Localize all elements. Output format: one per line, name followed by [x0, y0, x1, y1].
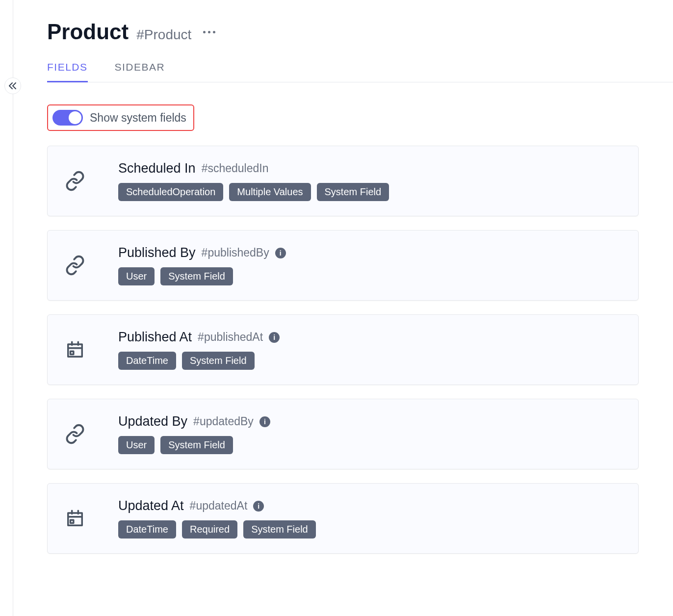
field-card[interactable]: Published By #publishedBy i User System … — [47, 230, 639, 301]
tabs: FIELDS SIDEBAR — [47, 61, 673, 82]
info-icon[interactable]: i — [269, 332, 280, 343]
field-card[interactable]: Scheduled In #scheduledIn ScheduledOpera… — [47, 146, 639, 216]
dots-icon — [203, 31, 206, 33]
tab-fields[interactable]: FIELDS — [47, 61, 88, 82]
tag: System Field — [160, 267, 233, 285]
info-icon[interactable]: i — [275, 248, 286, 258]
field-card[interactable]: Updated By #updatedBy i User System Fiel… — [47, 399, 639, 469]
field-hash: #publishedBy — [202, 246, 269, 259]
field-title: Updated By — [118, 414, 187, 429]
link-icon — [61, 171, 89, 191]
page-hash: #Product — [136, 27, 191, 43]
tag: System Field — [160, 436, 233, 454]
show-system-fields-toggle[interactable] — [52, 110, 83, 126]
toggle-knob — [69, 111, 81, 124]
svg-rect-9 — [71, 520, 74, 523]
tag: System Field — [182, 352, 255, 370]
field-title: Scheduled In — [118, 161, 196, 176]
svg-rect-4 — [71, 351, 74, 354]
field-hash: #publishedAt — [198, 331, 263, 344]
field-hash: #updatedBy — [193, 415, 254, 428]
calendar-icon — [61, 509, 89, 528]
show-system-fields-highlight: Show system fields — [47, 104, 194, 131]
link-icon — [61, 255, 89, 276]
fields-list: Scheduled In #scheduledIn ScheduledOpera… — [47, 146, 639, 554]
info-icon[interactable]: i — [253, 501, 264, 512]
tag: Multiple Values — [229, 183, 311, 201]
field-hash: #updatedAt — [190, 499, 248, 513]
tab-sidebar[interactable]: SIDEBAR — [115, 61, 165, 82]
field-title: Published By — [118, 245, 196, 260]
chevron-double-left-icon — [9, 82, 17, 89]
tag: DateTime — [118, 352, 176, 370]
page-title: Product — [47, 20, 129, 44]
field-tags: User System Field — [118, 436, 624, 454]
tag: User — [118, 267, 155, 285]
link-icon — [61, 424, 89, 444]
field-card[interactable]: Updated At #updatedAt i DateTime Require… — [47, 483, 639, 554]
info-icon[interactable]: i — [259, 416, 270, 427]
field-tags: DateTime Required System Field — [118, 520, 624, 539]
tag: User — [118, 436, 155, 454]
field-hash: #scheduledIn — [202, 162, 269, 175]
collapse-sidebar-button[interactable] — [4, 77, 21, 94]
tag: DateTime — [118, 520, 176, 539]
field-title: Published At — [118, 330, 192, 345]
tag: ScheduledOperation — [118, 183, 223, 201]
tag: System Field — [317, 183, 389, 201]
field-tags: User System Field — [118, 267, 624, 285]
calendar-icon — [61, 340, 89, 359]
tag: Required — [182, 520, 237, 539]
show-system-fields-label: Show system fields — [90, 111, 186, 125]
field-tags: ScheduledOperation Multiple Values Syste… — [118, 183, 624, 201]
more-menu-button[interactable] — [199, 27, 219, 37]
field-tags: DateTime System Field — [118, 352, 624, 370]
tag: System Field — [243, 520, 316, 539]
field-title: Updated At — [118, 498, 184, 513]
field-card[interactable]: Published At #publishedAt i DateTime Sys… — [47, 314, 639, 385]
